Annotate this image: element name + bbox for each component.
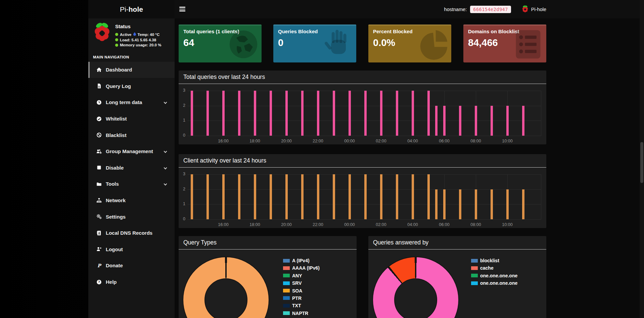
- gridline: [541, 91, 541, 136]
- raspberry-icon: [522, 5, 528, 14]
- sidebar-item-blacklist[interactable]: Blacklist: [88, 127, 175, 143]
- legend-label: one.one.one.one: [480, 280, 517, 286]
- legend-item[interactable]: NAPTR: [283, 311, 320, 315]
- sidebar-item-label: Whitelist: [106, 116, 127, 122]
- sidebar-item-settings[interactable]: Settings: [88, 209, 175, 225]
- legend-swatch: [283, 259, 290, 263]
- query-bar: [317, 91, 319, 136]
- sidebar-item-donate[interactable]: PDonate: [88, 258, 175, 274]
- sidebar-item-local-dns-records[interactable]: Local DNS Records: [88, 225, 175, 241]
- sidebar-item-long-term-data[interactable]: Long term data: [88, 94, 175, 111]
- query-bar: [285, 91, 288, 136]
- legend-item[interactable]: SOA: [283, 289, 320, 293]
- pihole-logo: [93, 21, 111, 48]
- x-axis-tick-label: 22:00: [310, 139, 326, 143]
- y-axis-tick-label: 2: [179, 187, 185, 191]
- query-bar: [506, 189, 509, 219]
- query-bar: [491, 106, 493, 136]
- hamburger-menu-icon[interactable]: [179, 6, 187, 12]
- query-bar: [396, 174, 398, 219]
- legend-item[interactable]: AAAA (IPv6): [283, 266, 320, 270]
- query-bar: [238, 91, 240, 136]
- legend-item[interactable]: A (IPv4): [283, 259, 320, 263]
- sidebar: Status Active Temp: 40 °C Load: 5.41 5.6…: [88, 18, 175, 318]
- panel-client-activity: Client activity over last 24 hours 01231…: [179, 154, 546, 228]
- sidebar-item-help[interactable]: ?Help: [88, 274, 175, 290]
- legend-item[interactable]: SRV: [283, 281, 320, 285]
- donut-chart: [372, 257, 459, 318]
- legend-item[interactable]: ANY: [283, 274, 320, 278]
- y-axis-tick-label: 3: [179, 88, 185, 93]
- sidebar-item-group-management[interactable]: Group Management: [88, 143, 175, 160]
- y-axis-tick-label: 0: [179, 133, 185, 138]
- legend-item[interactable]: blocklist: [471, 259, 517, 263]
- check-circle-icon: [96, 116, 102, 122]
- x-axis-tick-label: 16:00: [215, 139, 231, 143]
- legend-item[interactable]: TXT: [283, 304, 320, 308]
- sidebar-item-label: Logout: [106, 246, 123, 252]
- card-total-queries: Total queries (1 clients) 64: [179, 25, 262, 62]
- query-bar: [349, 174, 351, 219]
- gridline: [541, 174, 541, 219]
- sidebar-item-tools[interactable]: Tools: [88, 176, 175, 192]
- donut-hole: [204, 278, 247, 318]
- status-text: Status Active Temp: 40 °C Load: 5.41 5.6…: [115, 21, 161, 48]
- x-axis-tick-label: 02:00: [373, 222, 389, 227]
- query-bar: [364, 174, 367, 219]
- query-bar: [475, 189, 477, 219]
- file-lines-icon: [96, 83, 102, 89]
- query-bar: [491, 189, 493, 219]
- legend-swatch: [471, 259, 478, 263]
- x-axis-tick-label: 18:00: [247, 139, 263, 143]
- query-bar: [435, 189, 438, 219]
- query-bar: [222, 174, 225, 219]
- sidebar-item-label: Local DNS Records: [106, 230, 152, 236]
- legend-item[interactable]: cache: [471, 266, 517, 270]
- query-bar: [364, 91, 367, 136]
- sidebar-item-network[interactable]: Network: [88, 192, 175, 209]
- home-icon: [96, 67, 102, 73]
- status-memory-dot: [115, 44, 118, 47]
- gridline: [187, 136, 541, 136]
- x-axis-tick-label: 02:00: [373, 139, 389, 143]
- status-title: Status: [115, 24, 161, 29]
- x-axis-tick-label: 16:00: [215, 222, 231, 227]
- y-axis-tick-label: 2: [179, 103, 185, 108]
- sidebar-item-dashboard[interactable]: Dashboard: [88, 62, 175, 78]
- chevron-down-icon: [164, 166, 167, 169]
- sidebar-item-logout[interactable]: Logout: [88, 241, 175, 258]
- status-row-memory: Memory usage: 20.0 %: [115, 43, 161, 47]
- scrollbar-track[interactable]: [640, 0, 644, 318]
- card-queries-blocked: Queries Blocked 0: [273, 25, 356, 62]
- status-load-dot: [115, 38, 118, 41]
- query-bar: [254, 174, 256, 219]
- users-gear-icon: [96, 149, 102, 154]
- query-bar: [443, 106, 446, 136]
- x-axis-tick-label: 08:00: [468, 139, 484, 143]
- legend-item[interactable]: one.one.one.one: [471, 274, 517, 278]
- legend-item[interactable]: one.one.one.one: [471, 281, 517, 285]
- legend-label: SRV: [292, 280, 302, 286]
- sidebar-item-disable[interactable]: Disable: [88, 160, 175, 176]
- question-circle-icon: ?: [96, 279, 102, 285]
- sidebar-item-label: Network: [106, 197, 126, 203]
- x-axis-tick-label: 06:00: [436, 139, 452, 143]
- scrollbar-thumb[interactable]: [640, 142, 643, 183]
- list-icon: [512, 28, 544, 60]
- legend-item[interactable]: PTR: [283, 296, 320, 300]
- sitemap-icon: [96, 198, 102, 203]
- query-bar: [349, 91, 351, 136]
- y-axis-tick-label: 1: [179, 201, 185, 206]
- panel-title: Queries answered by: [368, 236, 546, 249]
- gridline: [187, 219, 541, 220]
- query-bar: [396, 91, 398, 136]
- x-axis-tick-label: 00:00: [341, 139, 358, 143]
- legend-label: PTR: [292, 296, 302, 301]
- legend-swatch: [283, 311, 290, 315]
- sidebar-item-whitelist[interactable]: Whitelist: [88, 110, 175, 127]
- sidebar-item-query-log[interactable]: Query Log: [88, 78, 175, 94]
- chart-legend: A (IPv4)AAAA (IPv6)ANYSRVSOAPTRTXTNAPTR: [283, 259, 320, 318]
- legend-swatch: [283, 281, 290, 285]
- navbar-brand: Pi-hole: [522, 5, 546, 14]
- sidebar-item-label: Settings: [106, 214, 126, 220]
